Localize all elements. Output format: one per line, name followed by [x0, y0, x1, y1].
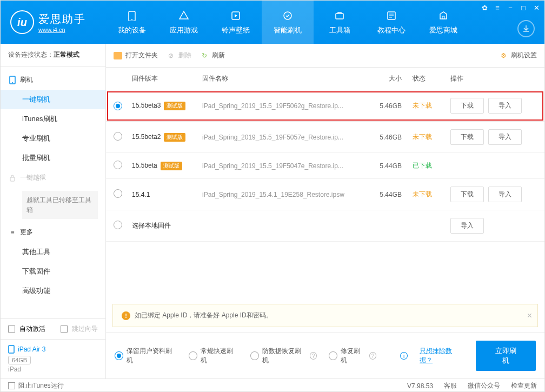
nav-3[interactable]: 智能刷机 [262, 1, 314, 44]
flash-option-2[interactable]: 防数据恢复刷机? [250, 347, 317, 365]
window-controls: ✿ ≡ − □ ✕ [480, 3, 541, 12]
firmware-size: 5.44GB [369, 162, 413, 170]
nav-6[interactable]: 爱思商城 [417, 1, 469, 44]
nav-1[interactable]: 应用游戏 [158, 1, 210, 44]
download-button[interactable]: 下载 [450, 129, 484, 145]
firmware-radio[interactable] [114, 161, 122, 169]
main-nav: 我的设备应用游戏铃声壁纸智能刷机工具箱教程中心爱思商城 [106, 1, 469, 44]
erase-link[interactable]: 只想抹除数据？ [420, 347, 464, 365]
auto-activate-checkbox[interactable] [8, 325, 15, 333]
auto-activate-label: 自动激活 [19, 324, 45, 334]
help-icon[interactable]: ? [310, 352, 317, 360]
local-firmware-label: 选择本地固件 [132, 221, 369, 230]
block-itunes-checkbox[interactable] [8, 382, 15, 389]
nav-4[interactable]: 工具箱 [314, 1, 365, 44]
import-button[interactable]: 导入 [488, 129, 522, 145]
firmware-size: 5.44GB [369, 191, 413, 198]
sidebar-item-more-2[interactable]: 高级功能 [1, 281, 105, 301]
phone-icon [8, 345, 15, 354]
svg-point-7 [12, 82, 13, 83]
help-icon[interactable]: ? [369, 352, 377, 360]
check-update-link[interactable]: 检查更新 [511, 381, 537, 390]
delete-button[interactable]: ⊘删除 [167, 51, 191, 60]
phone-icon [8, 76, 17, 84]
option-radio[interactable] [250, 351, 259, 360]
option-radio[interactable] [329, 351, 337, 360]
firmware-size: 5.46GB [369, 102, 413, 110]
maximize-icon[interactable]: □ [519, 3, 528, 12]
sidebar-item-more-1[interactable]: 下载固件 [1, 262, 105, 281]
sidebar-item-flash-2[interactable]: 专业刷机 [1, 129, 105, 148]
flash-option-0[interactable]: 保留用户资料刷机 [115, 347, 177, 365]
firmware-radio[interactable] [114, 189, 122, 198]
firmware-status: 已下载 [413, 161, 450, 170]
import-button[interactable]: 导入 [488, 187, 522, 202]
option-radio[interactable] [115, 351, 123, 360]
sidebar-item-more-0[interactable]: 其他工具 [1, 242, 105, 262]
col-size: 大小 [369, 74, 413, 83]
import-button[interactable]: 导入 [450, 218, 484, 234]
refresh-icon: ↻ [200, 51, 209, 60]
beta-badge: 测试版 [164, 102, 185, 110]
firmware-radio[interactable] [114, 102, 122, 110]
refresh-button[interactable]: ↻刷新 [200, 51, 225, 60]
firmware-row[interactable]: 15.4.1iPad_Spring_2019_15.4.1_19E258_Res… [106, 179, 544, 210]
minimize-icon[interactable]: − [506, 3, 515, 12]
sidebar-item-flash-3[interactable]: 批量刷机 [1, 148, 105, 168]
nav-icon [281, 9, 294, 22]
app-version: V7.98.53 [407, 382, 433, 390]
warning-banner: ! 如已绑定 Apple ID，请准备好 Apple ID和密码。 × [112, 304, 538, 327]
jailbreak-note: 越狱工具已转移至工具箱 [22, 191, 98, 219]
gear-icon: ⚙ [499, 51, 508, 60]
sidebar-item-flash-1[interactable]: iTunes刷机 [1, 109, 105, 129]
beta-badge: 测试版 [164, 133, 185, 142]
firmware-radio[interactable] [114, 221, 122, 229]
local-firmware-row[interactable]: 选择本地固件导入 [106, 210, 544, 242]
flash-settings-button[interactable]: ⚙刷机设置 [499, 51, 537, 60]
status-bar: 阻止iTunes运行 V7.98.53 客服 微信公众号 检查更新 [1, 378, 544, 392]
wechat-link[interactable]: 微信公众号 [468, 381, 500, 390]
option-radio[interactable] [189, 351, 197, 360]
menu-icon[interactable]: ≡ [493, 3, 502, 12]
warning-icon: ! [122, 311, 130, 320]
lock-icon [8, 174, 17, 182]
sidebar-section-more[interactable]: ≡ 更多 [1, 222, 105, 242]
open-folder-button[interactable]: 打开文件夹 [114, 51, 158, 60]
col-name: 固件名称 [202, 74, 369, 83]
download-manager-icon[interactable] [517, 20, 535, 37]
col-action: 操作 [450, 74, 537, 83]
sidebar-section-flash[interactable]: 刷机 [1, 70, 105, 90]
download-button[interactable]: 下载 [450, 98, 484, 114]
sidebar: 设备连接状态：正常模式 刷机 一键刷机iTunes刷机专业刷机批量刷机 一键越狱… [1, 44, 106, 378]
device-type: iPad [8, 366, 98, 373]
app-header: iu 爱思助手 www.i4.cn 我的设备应用游戏铃声壁纸智能刷机工具箱教程中… [1, 1, 544, 44]
flash-option-3[interactable]: 修复刷机? [329, 347, 376, 365]
support-link[interactable]: 客服 [444, 381, 457, 390]
settings-icon[interactable]: ✿ [480, 3, 489, 12]
nav-2[interactable]: 铃声壁纸 [210, 1, 262, 44]
more-icon: ≡ [8, 228, 17, 237]
import-button[interactable]: 导入 [488, 98, 522, 114]
flash-options: 保留用户资料刷机常规快速刷机防数据恢复刷机?修复刷机? i 只想抹除数据？ 立即… [106, 333, 544, 378]
firmware-radio[interactable] [114, 132, 122, 141]
firmware-status: 未下载 [413, 101, 450, 110]
firmware-version: 15.5beta [132, 162, 157, 169]
firmware-row[interactable]: 15.5beta2测试版iPad_Spring_2019_15.5_19F505… [106, 122, 544, 153]
device-name[interactable]: iPad Air 3 [8, 345, 98, 354]
download-button[interactable]: 下载 [450, 187, 484, 202]
folder-icon [114, 52, 122, 59]
nav-0[interactable]: 我的设备 [106, 1, 158, 44]
flash-option-1[interactable]: 常规快速刷机 [189, 347, 238, 365]
close-icon[interactable]: ✕ [531, 3, 541, 12]
firmware-version: 15.5beta3 [132, 102, 161, 109]
firmware-row[interactable]: 15.5beta测试版iPad_Spring_2019_15.5_19F5047… [106, 153, 544, 179]
firmware-name: iPad_Spring_2019_15.5_19F5047e_Restore.i… [202, 162, 369, 170]
sidebar-item-flash-0[interactable]: 一键刷机 [1, 90, 105, 109]
firmware-row[interactable]: 15.5beta3测试版iPad_Spring_2019_15.5_19F506… [106, 90, 544, 122]
nav-5[interactable]: 教程中心 [365, 1, 417, 44]
flash-now-button[interactable]: 立即刷机 [476, 341, 536, 371]
nav-icon [437, 9, 450, 22]
close-warning-icon[interactable]: × [527, 311, 532, 321]
svg-point-1 [131, 19, 132, 20]
skip-guide-checkbox[interactable] [61, 325, 68, 333]
